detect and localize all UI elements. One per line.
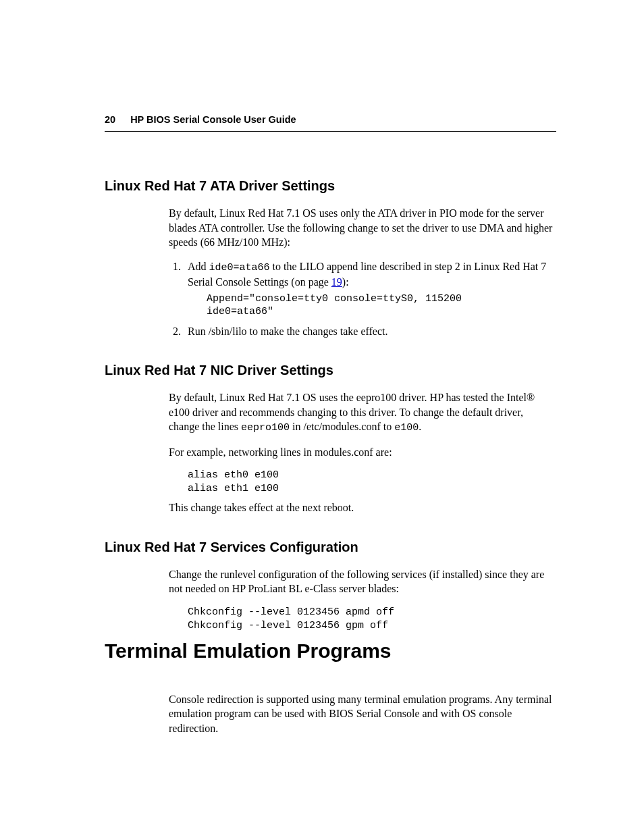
- page-link-19[interactable]: 19: [331, 276, 342, 288]
- heading-nic-driver: Linux Red Hat 7 NIC Driver Settings: [105, 361, 556, 380]
- inline-code: eepro100: [241, 422, 290, 434]
- page-number: 20: [105, 114, 115, 125]
- para: Console redirection is supported using m…: [169, 692, 556, 736]
- list-item: Add ide0=ata66 to the LILO append line d…: [184, 259, 556, 319]
- text: in /etc/modules.conf to: [290, 421, 394, 432]
- heading-terminal-emulation: Terminal Emulation Programs: [105, 637, 556, 665]
- code-block: Append="console=tty0 console=ttyS0, 1152…: [207, 292, 556, 319]
- heading-ata-driver: Linux Red Hat 7 ATA Driver Settings: [105, 177, 556, 195]
- para: By default, Linux Red Hat 7.1 OS uses on…: [169, 206, 556, 250]
- header-title: HP BIOS Serial Console User Guide: [130, 114, 296, 125]
- section-terminal-body: Console redirection is supported using m…: [169, 692, 556, 736]
- text: ):: [342, 276, 349, 288]
- code-block: Chkconfig --level 0123456 apmd off Chkco…: [188, 606, 556, 632]
- para: By default, Linux Red Hat 7.1 OS uses th…: [169, 390, 556, 435]
- text: Add: [188, 261, 209, 272]
- ordered-list: Add ide0=ata66 to the LILO append line d…: [169, 259, 556, 338]
- para: For example, networking lines in modules…: [169, 445, 556, 460]
- list-item: Run /sbin/lilo to make the changes take …: [184, 324, 556, 339]
- section-services-body: Change the runlevel configuration of the…: [169, 567, 556, 632]
- section-ata-body: By default, Linux Red Hat 7.1 OS uses on…: [169, 206, 556, 338]
- inline-code: e100: [394, 422, 419, 434]
- section-nic-body: By default, Linux Red Hat 7.1 OS uses th…: [169, 390, 556, 515]
- page: 20HP BIOS Serial Console User Guide Linu…: [0, 0, 644, 834]
- para: Change the runlevel configuration of the…: [169, 567, 556, 596]
- code-block: alias eth0 e100 alias eth1 e100: [188, 469, 556, 495]
- text: .: [419, 421, 421, 432]
- para: This change takes effect at the next reb…: [169, 500, 556, 515]
- running-header: 20HP BIOS Serial Console User Guide: [105, 113, 556, 132]
- inline-code: ide0=ata66: [209, 262, 270, 273]
- heading-services-config: Linux Red Hat 7 Services Configuration: [105, 538, 556, 556]
- page-content: Linux Red Hat 7 ATA Driver Settings By d…: [105, 113, 556, 735]
